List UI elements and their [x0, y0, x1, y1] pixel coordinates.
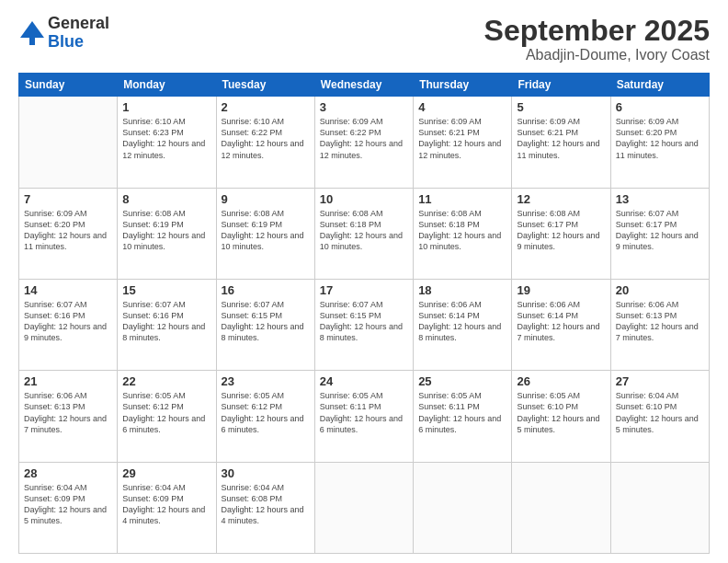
day-number: 24	[320, 374, 408, 388]
day-number: 23	[222, 374, 310, 388]
day-number: 7	[24, 192, 112, 206]
calendar-day-14: 14Sunrise: 6:07 AM Sunset: 6:16 PM Dayli…	[19, 279, 118, 370]
calendar-week-1: 7Sunrise: 6:09 AM Sunset: 6:20 PM Daylig…	[19, 188, 710, 279]
day-number: 22	[122, 374, 210, 388]
calendar-day-28: 28Sunrise: 6:04 AM Sunset: 6:09 PM Dayli…	[19, 462, 118, 553]
logo: General Blue	[18, 15, 109, 52]
day-content: Sunrise: 6:04 AM Sunset: 6:08 PM Dayligh…	[222, 482, 310, 527]
day-number: 3	[320, 100, 408, 114]
day-content: Sunrise: 6:08 AM Sunset: 6:18 PM Dayligh…	[418, 208, 506, 253]
day-content: Sunrise: 6:09 AM Sunset: 6:21 PM Dayligh…	[517, 116, 605, 161]
day-number: 13	[616, 192, 704, 206]
calendar-day-5: 5Sunrise: 6:09 AM Sunset: 6:21 PM Daylig…	[512, 97, 610, 188]
day-content: Sunrise: 6:09 AM Sunset: 6:20 PM Dayligh…	[616, 116, 704, 161]
calendar-day-21: 21Sunrise: 6:06 AM Sunset: 6:13 PM Dayli…	[19, 371, 118, 462]
location-subtitle: Abadjin-Doume, Ivory Coast	[484, 47, 710, 63]
day-content: Sunrise: 6:09 AM Sunset: 6:22 PM Dayligh…	[320, 116, 408, 161]
day-content: Sunrise: 6:08 AM Sunset: 6:19 PM Dayligh…	[122, 208, 210, 253]
day-number: 18	[418, 283, 506, 297]
day-number: 21	[24, 374, 112, 388]
col-header-monday: Monday	[118, 74, 216, 97]
calendar-day-9: 9Sunrise: 6:08 AM Sunset: 6:19 PM Daylig…	[216, 188, 314, 279]
calendar-day-8: 8Sunrise: 6:08 AM Sunset: 6:19 PM Daylig…	[118, 188, 216, 279]
calendar-day-19: 19Sunrise: 6:06 AM Sunset: 6:14 PM Dayli…	[512, 279, 610, 370]
calendar-day-23: 23Sunrise: 6:05 AM Sunset: 6:12 PM Dayli…	[216, 371, 314, 462]
day-number: 19	[517, 283, 605, 297]
day-number: 27	[616, 374, 704, 388]
calendar-day-29: 29Sunrise: 6:04 AM Sunset: 6:09 PM Dayli…	[118, 462, 216, 553]
day-content: Sunrise: 6:05 AM Sunset: 6:11 PM Dayligh…	[320, 390, 408, 435]
day-number: 6	[616, 100, 704, 114]
calendar-day-6: 6Sunrise: 6:09 AM Sunset: 6:20 PM Daylig…	[610, 97, 709, 188]
day-content: Sunrise: 6:09 AM Sunset: 6:20 PM Dayligh…	[24, 208, 112, 253]
calendar-week-2: 14Sunrise: 6:07 AM Sunset: 6:16 PM Dayli…	[19, 279, 710, 370]
col-header-tuesday: Tuesday	[216, 74, 314, 97]
calendar-day-2: 2Sunrise: 6:10 AM Sunset: 6:22 PM Daylig…	[216, 97, 314, 188]
calendar-day-10: 10Sunrise: 6:08 AM Sunset: 6:18 PM Dayli…	[314, 188, 413, 279]
logo-icon	[18, 19, 46, 47]
day-content: Sunrise: 6:05 AM Sunset: 6:10 PM Dayligh…	[517, 390, 605, 435]
col-header-friday: Friday	[512, 74, 610, 97]
calendar-day-17: 17Sunrise: 6:07 AM Sunset: 6:15 PM Dayli…	[314, 279, 413, 370]
day-number: 11	[418, 192, 506, 206]
col-header-thursday: Thursday	[414, 74, 512, 97]
calendar-day-13: 13Sunrise: 6:07 AM Sunset: 6:17 PM Dayli…	[610, 188, 709, 279]
day-number: 26	[517, 374, 605, 388]
day-number: 2	[222, 100, 310, 114]
day-number: 20	[616, 283, 704, 297]
calendar-day-12: 12Sunrise: 6:08 AM Sunset: 6:17 PM Dayli…	[512, 188, 610, 279]
day-content: Sunrise: 6:07 AM Sunset: 6:15 PM Dayligh…	[320, 299, 408, 344]
day-number: 12	[517, 192, 605, 206]
day-content: Sunrise: 6:07 AM Sunset: 6:15 PM Dayligh…	[222, 299, 310, 344]
day-number: 15	[122, 283, 210, 297]
calendar-empty	[512, 462, 610, 553]
day-number: 16	[222, 283, 310, 297]
day-content: Sunrise: 6:06 AM Sunset: 6:13 PM Dayligh…	[24, 390, 112, 435]
day-number: 5	[517, 100, 605, 114]
day-content: Sunrise: 6:10 AM Sunset: 6:23 PM Dayligh…	[122, 116, 210, 161]
calendar-day-4: 4Sunrise: 6:09 AM Sunset: 6:21 PM Daylig…	[414, 97, 512, 188]
day-number: 17	[320, 283, 408, 297]
day-content: Sunrise: 6:05 AM Sunset: 6:12 PM Dayligh…	[122, 390, 210, 435]
day-content: Sunrise: 6:07 AM Sunset: 6:16 PM Dayligh…	[122, 299, 210, 344]
calendar-week-3: 21Sunrise: 6:06 AM Sunset: 6:13 PM Dayli…	[19, 371, 710, 462]
calendar-week-0: 1Sunrise: 6:10 AM Sunset: 6:23 PM Daylig…	[19, 97, 710, 188]
calendar-day-1: 1Sunrise: 6:10 AM Sunset: 6:23 PM Daylig…	[118, 97, 216, 188]
day-number: 1	[122, 100, 210, 114]
day-content: Sunrise: 6:08 AM Sunset: 6:18 PM Dayligh…	[320, 208, 408, 253]
day-number: 9	[222, 192, 310, 206]
calendar-day-30: 30Sunrise: 6:04 AM Sunset: 6:08 PM Dayli…	[216, 462, 314, 553]
calendar-day-7: 7Sunrise: 6:09 AM Sunset: 6:20 PM Daylig…	[19, 188, 118, 279]
day-content: Sunrise: 6:04 AM Sunset: 6:09 PM Dayligh…	[122, 482, 210, 527]
day-content: Sunrise: 6:09 AM Sunset: 6:21 PM Dayligh…	[418, 116, 506, 161]
day-content: Sunrise: 6:04 AM Sunset: 6:09 PM Dayligh…	[24, 482, 112, 527]
day-content: Sunrise: 6:08 AM Sunset: 6:17 PM Dayligh…	[517, 208, 605, 253]
calendar-day-25: 25Sunrise: 6:05 AM Sunset: 6:11 PM Dayli…	[414, 371, 512, 462]
day-number: 14	[24, 283, 112, 297]
day-content: Sunrise: 6:04 AM Sunset: 6:10 PM Dayligh…	[616, 390, 704, 435]
calendar-week-4: 28Sunrise: 6:04 AM Sunset: 6:09 PM Dayli…	[19, 462, 710, 553]
day-content: Sunrise: 6:07 AM Sunset: 6:17 PM Dayligh…	[616, 208, 704, 253]
calendar-empty	[314, 462, 413, 553]
day-content: Sunrise: 6:08 AM Sunset: 6:19 PM Dayligh…	[222, 208, 310, 253]
title-block: September 2025 Abadjin-Doume, Ivory Coas…	[484, 15, 710, 63]
day-content: Sunrise: 6:05 AM Sunset: 6:12 PM Dayligh…	[222, 390, 310, 435]
svg-marker-0	[20, 21, 44, 38]
svg-rect-1	[29, 38, 35, 45]
col-header-saturday: Saturday	[610, 74, 709, 97]
calendar-day-18: 18Sunrise: 6:06 AM Sunset: 6:14 PM Dayli…	[414, 279, 512, 370]
day-content: Sunrise: 6:10 AM Sunset: 6:22 PM Dayligh…	[222, 116, 310, 161]
logo-general: General	[48, 15, 109, 33]
header: General Blue September 2025 Abadjin-Doum…	[18, 15, 710, 63]
calendar-header-row: SundayMondayTuesdayWednesdayThursdayFrid…	[19, 74, 710, 97]
day-content: Sunrise: 6:05 AM Sunset: 6:11 PM Dayligh…	[418, 390, 506, 435]
day-content: Sunrise: 6:06 AM Sunset: 6:13 PM Dayligh…	[616, 299, 704, 344]
day-number: 4	[418, 100, 506, 114]
calendar-empty	[19, 97, 118, 188]
calendar-day-27: 27Sunrise: 6:04 AM Sunset: 6:10 PM Dayli…	[610, 371, 709, 462]
logo-text: General Blue	[48, 15, 109, 52]
calendar-day-26: 26Sunrise: 6:05 AM Sunset: 6:10 PM Dayli…	[512, 371, 610, 462]
calendar-day-15: 15Sunrise: 6:07 AM Sunset: 6:16 PM Dayli…	[118, 279, 216, 370]
day-number: 8	[122, 192, 210, 206]
page: General Blue September 2025 Abadjin-Doum…	[0, 0, 728, 563]
